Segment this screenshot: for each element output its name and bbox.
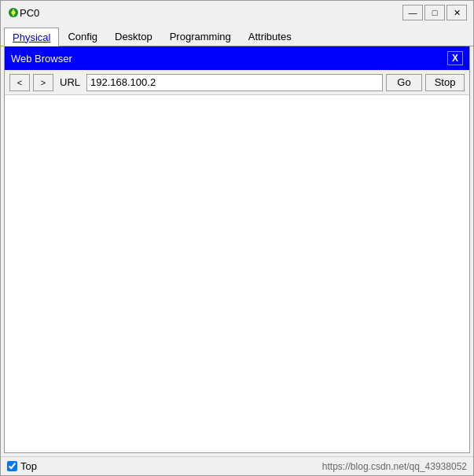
content-area: Web Browser X < > URL Go Stop	[4, 46, 470, 453]
url-input[interactable]	[86, 74, 383, 91]
window-title: PC0	[20, 7, 402, 19]
top-checkbox[interactable]	[7, 461, 17, 471]
web-browser-close-button[interactable]: X	[447, 51, 463, 65]
maximize-button[interactable]: □	[424, 5, 445, 20]
status-left: Top	[7, 460, 37, 472]
web-browser-header: Web Browser X	[5, 46, 469, 70]
status-link: https://blog.csdn.net/qq_43938052	[322, 461, 467, 472]
tab-config[interactable]: Config	[59, 27, 106, 46]
back-button[interactable]: <	[9, 74, 30, 91]
browser-viewport	[5, 95, 469, 452]
title-bar: PC0 — □ ✕	[1, 1, 473, 24]
go-button[interactable]: Go	[386, 74, 422, 91]
top-label: Top	[20, 460, 37, 472]
tab-desktop[interactable]: Desktop	[106, 27, 161, 46]
app-icon	[7, 6, 20, 19]
web-browser-title: Web Browser	[11, 53, 72, 65]
tab-attributes[interactable]: Attributes	[240, 27, 300, 46]
tab-programming[interactable]: Programming	[161, 27, 240, 46]
svg-point-2	[12, 11, 15, 14]
url-label: URL	[60, 76, 80, 88]
minimize-button[interactable]: —	[402, 5, 423, 20]
forward-button[interactable]: >	[33, 74, 53, 91]
main-window: PC0 — □ ✕ Physical Config Desktop Progra…	[0, 0, 474, 476]
title-bar-controls: — □ ✕	[402, 5, 467, 20]
browser-toolbar: < > URL Go Stop	[5, 70, 469, 95]
stop-button[interactable]: Stop	[425, 74, 465, 91]
tab-bar: Physical Config Desktop Programming Attr…	[1, 24, 473, 46]
status-bar: Top https://blog.csdn.net/qq_43938052	[1, 456, 473, 475]
tab-physical[interactable]: Physical	[4, 28, 59, 46]
close-button[interactable]: ✕	[446, 5, 467, 20]
